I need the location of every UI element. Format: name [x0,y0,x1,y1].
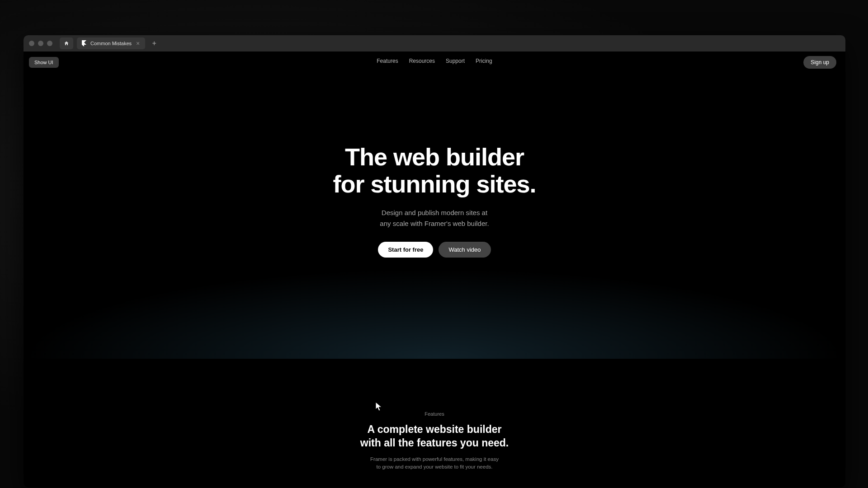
nav-link-resources[interactable]: Resources [409,58,435,64]
traffic-lights [29,41,52,46]
window-minimize-button[interactable] [38,41,43,46]
window-maximize-button[interactable] [47,41,52,46]
home-icon [64,41,69,46]
start-for-free-button[interactable]: Start for free [378,242,433,258]
features-sub-line2: to grow and expand your website to fit y… [377,464,493,469]
hero-subtext: Design and publish modern sites at any s… [380,207,489,229]
hero-sub-line1: Design and publish modern sites at [382,209,487,216]
watch-video-button[interactable]: Watch video [439,242,491,258]
canvas-area: Show UI Features Resources Support Prici… [24,52,845,487]
show-ui-button[interactable]: Show UI [29,57,59,68]
features-sub-line1: Framer is packed with powerful features,… [370,456,499,462]
features-headline-line2: with all the features you need. [360,437,509,449]
home-button[interactable] [60,38,73,49]
hero-headline: The web builder for stunning sites. [333,144,536,197]
hero-glow [24,268,845,359]
window-close-button[interactable] [29,41,34,46]
hero-buttons: Start for free Watch video [378,242,491,258]
new-tab-button[interactable]: + [149,38,160,49]
hero-sub-line2: any scale with Framer's web builder. [380,220,489,227]
nav-link-pricing[interactable]: Pricing [476,58,492,64]
nav-link-features[interactable]: Features [377,58,398,64]
framer-logo-icon [81,41,87,46]
nav-links: Features Resources Support Pricing [377,58,492,64]
hero-section: The web builder for stunning sites. Desi… [24,52,845,359]
features-subtext: Framer is packed with powerful features,… [24,455,845,471]
page-nav: Features Resources Support Pricing [24,58,845,64]
app-window: Common Mistakes × + Show UI Features Res… [24,35,845,487]
tab-title: Common Mistakes [90,41,132,46]
section-separator [24,359,845,366]
hero-headline-line2: for stunning sites. [333,170,536,197]
signup-button[interactable]: Sign up [803,56,836,69]
features-label: Features [24,411,845,417]
nav-link-support[interactable]: Support [446,58,465,64]
features-headline-line1: A complete website builder [368,423,502,435]
features-section: Features A complete website builder with… [24,366,845,471]
tab-close-button[interactable]: × [135,41,141,46]
hero-headline-line1: The web builder [345,143,524,170]
tab-common-mistakes[interactable]: Common Mistakes × [77,38,145,49]
features-headline: A complete website builder with all the … [24,423,845,450]
titlebar: Common Mistakes × + [24,35,845,52]
